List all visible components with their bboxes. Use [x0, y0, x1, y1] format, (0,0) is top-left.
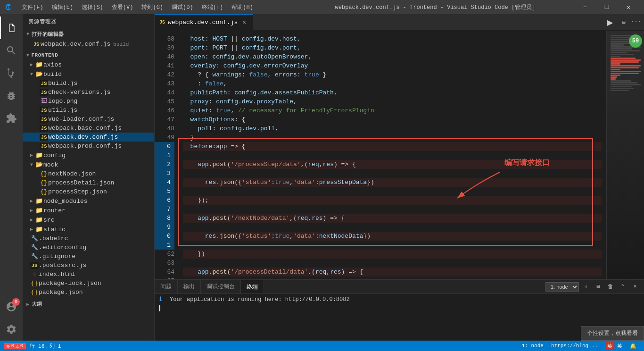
tree-item-label: processStep.json [48, 188, 107, 195]
editor-area: JS webpack.dev.conf.js × ▶ ⊟ ··· 3839404… [155, 14, 644, 341]
tree-mock[interactable]: ▼ 📂 mock [23, 160, 154, 169]
tree-utils-js[interactable]: JS utils.js [23, 106, 154, 115]
split-terminal-button[interactable]: ⊟ [593, 282, 603, 292]
status-url[interactable]: https://blog... [547, 342, 602, 350]
tree-webpack-prod[interactable]: JS webpack.prod.conf.js [23, 142, 154, 150]
folder-icon: 📁 [35, 226, 43, 233]
js-tab-icon: JS [159, 20, 165, 25]
tree-item-label: axios [43, 61, 62, 68]
activity-explorer[interactable] [0, 17, 23, 39]
status-position[interactable]: 行 16，列 1 [26, 343, 65, 350]
tree-axios[interactable]: ▶ 📁 axios [23, 60, 154, 69]
panel-tab-debug[interactable]: 调试控制台 [201, 280, 241, 293]
open-editors-chevron: ▼ [26, 32, 30, 37]
folder-chevron: ▶ [30, 226, 33, 232]
menu-terminal[interactable]: 终端(T) [198, 1, 227, 13]
panel-tab-output[interactable]: 输出 [178, 280, 201, 293]
tree-postcssrc[interactable]: JS .postcssrc.js [23, 261, 154, 270]
code-editor[interactable]: host: HOST || config.dev.host, port: POR… [178, 31, 606, 279]
status-ime[interactable]: 英 英 [602, 342, 626, 350]
tab-close-icon[interactable]: × [240, 19, 248, 26]
error-icon: ⊗ [7, 343, 10, 349]
status-bar: ⊗ 0 ⚠ 0 行 16，列 1 1: node https://blog...… [0, 341, 644, 351]
tab-webpack-dev[interactable]: JS webpack.dev.conf.js × [155, 14, 253, 30]
tree-build-js[interactable]: JS build.js [23, 79, 154, 88]
minimize-button[interactable]: − [574, 0, 596, 14]
tree-webpack-base[interactable]: JS webpack.base.conf.js [23, 124, 154, 133]
close-panel-button[interactable]: × [630, 282, 640, 292]
file-tree: ▼ 打开的编辑器 JS webpack.dev.conf.js build ▼ … [23, 29, 154, 341]
tree-gitignore[interactable]: 🔧 .gitignore [23, 252, 154, 261]
menu-goto[interactable]: 转到(G) [138, 1, 167, 13]
tree-router[interactable]: ▶ 📁 router [23, 206, 154, 215]
frontend-chevron: ▼ [26, 53, 30, 58]
tree-logo-png[interactable]: 🖼 logo.png [23, 97, 154, 106]
tree-build[interactable]: ▼ 📂 build [23, 69, 154, 79]
outline-section[interactable]: ▶ 大纲 [23, 299, 154, 309]
tree-static[interactable]: ▶ 📁 static [23, 225, 154, 234]
menu-view[interactable]: 查看(V) [108, 1, 137, 13]
open-file-webpack-dev[interactable]: JS webpack.dev.conf.js build [23, 40, 154, 49]
menu-select[interactable]: 选择(S) [78, 1, 107, 13]
status-errors[interactable]: ⊗ 0 ⚠ 0 [4, 343, 26, 349]
maximize-button[interactable]: □ [596, 0, 618, 14]
folder-icon: 📁 [35, 151, 43, 159]
tree-check-versions[interactable]: JS check-versions.js [23, 88, 154, 97]
minimap-overlay: 59 [607, 31, 644, 279]
terminal-select[interactable]: 1: node [545, 282, 579, 292]
split-editor-button[interactable]: ⊟ [619, 17, 629, 27]
tree-item-label: logo.png [48, 98, 77, 105]
tree-item-label: config [43, 152, 66, 159]
js-icon: JS [40, 107, 48, 114]
tree-src[interactable]: ▶ 📁 src [23, 215, 154, 225]
tree-package-json[interactable]: {} package.json [23, 288, 154, 297]
tree-babelrc[interactable]: 🔧 .babelrc [23, 234, 154, 243]
tree-item-label: index.html [39, 271, 75, 278]
activity-search[interactable] [0, 39, 23, 62]
status-lang[interactable]: 1: node [518, 342, 547, 350]
activity-extensions[interactable] [0, 107, 23, 130]
tree-nextnode-json[interactable]: {} nextNode.json [23, 169, 154, 178]
menu-help[interactable]: 帮助(H) [228, 1, 257, 13]
outline-label: 大纲 [32, 301, 42, 308]
open-editors-label: 打开的编辑器 [32, 31, 64, 38]
activity-accounts[interactable]: 0 [0, 295, 23, 318]
activity-debug[interactable] [0, 84, 23, 107]
tree-node-modules[interactable]: ▶ 📁 node_modules [23, 196, 154, 206]
tab-bar: JS webpack.dev.conf.js × ▶ ⊟ ··· [155, 14, 644, 31]
close-button[interactable]: ✕ [618, 0, 639, 14]
add-terminal-button[interactable]: + [581, 282, 591, 292]
tree-editorconfig[interactable]: 🔧 .editorconfig [23, 243, 154, 252]
menu-file[interactable]: 文件(F) [18, 1, 47, 13]
tree-processstep-json[interactable]: {} processStep.json [23, 187, 154, 196]
menu-debug[interactable]: 调试(D) [168, 1, 197, 13]
menu-edit[interactable]: 编辑(E) [48, 1, 77, 13]
more-options-button[interactable]: ··· [631, 17, 641, 27]
terminal-cursor-line[interactable] [159, 305, 639, 311]
panel-tab-problems[interactable]: 问题 [155, 280, 178, 293]
run-button[interactable]: ▶ [603, 16, 617, 29]
tree-processdetail-json[interactable]: {} processDetail.json [23, 178, 154, 187]
js-icon: JS [30, 262, 39, 269]
folder-icon: 📁 [35, 216, 43, 224]
notification-popup[interactable]: 个性设置，点我看看 [581, 326, 644, 341]
status-notification[interactable]: 🔔 [626, 342, 640, 350]
tree-package-lock[interactable]: {} package-lock.json [23, 279, 154, 288]
open-editors-section[interactable]: ▼ 打开的编辑器 [23, 29, 154, 40]
titlebar: 文件(F) 编辑(E) 选择(S) 查看(V) 转到(G) 调试(D) 终端(T… [0, 0, 644, 14]
tree-item-label: webpack.prod.conf.js [48, 142, 122, 150]
chevron-up-button[interactable]: ⌃ [618, 282, 628, 292]
tree-webpack-dev[interactable]: JS webpack.dev.conf.js [23, 133, 154, 142]
tree-index-html[interactable]: ≡ index.html [23, 270, 154, 279]
minimap: 59 [606, 31, 644, 279]
tree-item-label: package-lock.json [39, 280, 101, 287]
tree-item-label: .gitignore [39, 253, 75, 260]
activity-git[interactable] [0, 62, 23, 84]
tree-config[interactable]: ▶ 📁 config [23, 150, 154, 160]
trash-button[interactable]: 🗑 [605, 282, 616, 292]
sidebar: 资源管理器 ▼ 打开的编辑器 JS webpack.dev.conf.js bu… [23, 14, 155, 341]
panel-tab-terminal[interactable]: 终端 [241, 280, 264, 293]
activity-settings[interactable] [0, 318, 23, 341]
tree-vue-loader[interactable]: JS vue-loader.conf.js [23, 115, 154, 124]
frontend-section[interactable]: ▼ FRONTEND [23, 50, 154, 60]
